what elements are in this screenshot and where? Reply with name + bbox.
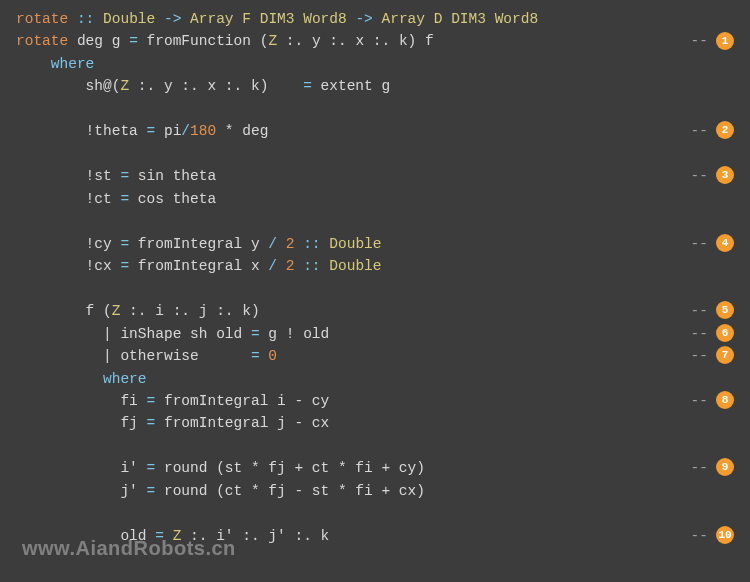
callout-dash: -- [691,457,708,479]
code-line [16,278,734,300]
code-line: rotate :: Double -> Array F DIM3 Word8 -… [16,8,734,30]
code-line: fj = fromIntegral j - cx [16,412,734,434]
code-line: !theta = pi/180 * deg--2 [16,120,734,142]
callout-badge: 6 [716,324,734,342]
code-line: i' = round (st * fj + ct * fi + cy)--9 [16,457,734,479]
code-line: f (Z :. i :. j :. k)--5 [16,300,734,322]
code-block: rotate :: Double -> Array F DIM3 Word8 -… [0,0,750,555]
code-line: | otherwise = 0--7 [16,345,734,367]
callout-badge: 4 [716,234,734,252]
callout-badge: 10 [716,526,734,544]
code-line: !ct = cos theta [16,188,734,210]
callout-dash: -- [691,525,708,547]
code-line: | inShape sh old = g ! old--6 [16,323,734,345]
code-line: where [16,53,734,75]
code-line [16,143,734,165]
code-line [16,502,734,524]
callout-dash: -- [691,345,708,367]
code-line: j' = round (ct * fj - st * fi + cx) [16,480,734,502]
callout-badge: 8 [716,391,734,409]
code-line: !cy = fromIntegral y / 2 :: Double--4 [16,233,734,255]
callout-dash: -- [691,390,708,412]
callout-badge: 2 [716,121,734,139]
code-line: rotate deg g = fromFunction (Z :. y :. x… [16,30,734,52]
code-line: old = Z :. i' :. j' :. k--10 [16,525,734,547]
code-line [16,210,734,232]
callout-badge: 3 [716,166,734,184]
callout-badge: 1 [716,32,734,50]
code-line [16,435,734,457]
callout-dash: -- [691,300,708,322]
callout-dash: -- [691,165,708,187]
code-line: !cx = fromIntegral x / 2 :: Double [16,255,734,277]
callout-dash: -- [691,323,708,345]
callout-dash: -- [691,120,708,142]
code-line: sh@(Z :. y :. x :. k) = extent g [16,75,734,97]
code-line [16,98,734,120]
callout-dash: -- [691,30,708,52]
code-line: fi = fromIntegral i - cy--8 [16,390,734,412]
code-line: where [16,368,734,390]
code-line: !st = sin theta--3 [16,165,734,187]
callout-dash: -- [691,233,708,255]
callout-badge: 9 [716,458,734,476]
callout-badge: 5 [716,301,734,319]
callout-badge: 7 [716,346,734,364]
